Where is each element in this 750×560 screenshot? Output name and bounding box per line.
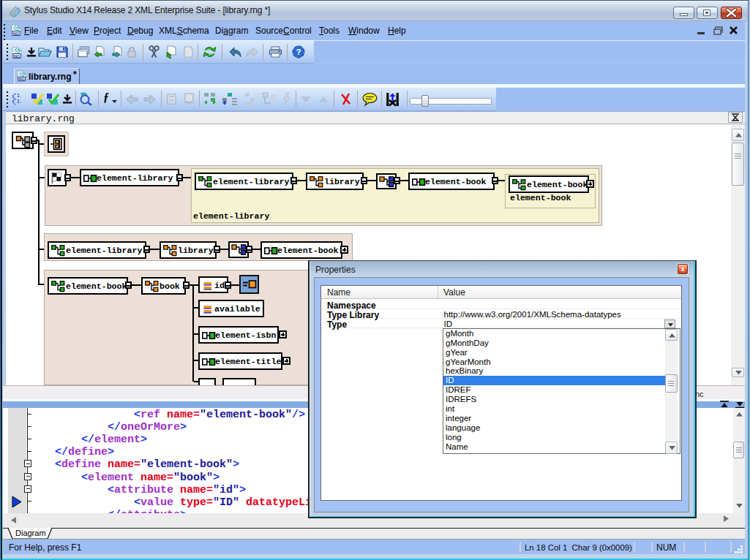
svg-text:?: ? bbox=[296, 48, 301, 56]
svg-text:NG: NG bbox=[13, 31, 19, 36]
svg-text:NG: NG bbox=[19, 77, 25, 81]
svg-text:NG: NG bbox=[14, 54, 20, 58]
